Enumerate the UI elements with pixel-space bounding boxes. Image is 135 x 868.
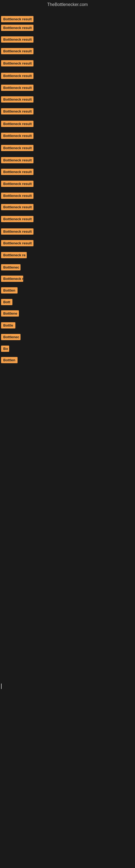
- list-item: Bottleneck result: [1, 96, 34, 104]
- list-item: Bott: [1, 299, 12, 306]
- bottleneck-badge[interactable]: Bott: [1, 299, 12, 305]
- list-item: Bottleneck result: [1, 85, 34, 92]
- list-item: Bottleneck result: [1, 16, 34, 23]
- list-item: Bottlen: [1, 357, 17, 364]
- bottleneck-badge[interactable]: Bottlenec: [1, 264, 20, 271]
- list-item: Bottle: [1, 322, 15, 330]
- list-item: Bottleneck re: [1, 252, 27, 259]
- bottleneck-badge[interactable]: Bottleneck re: [1, 252, 27, 258]
- list-item: Bottleneck result: [1, 157, 34, 164]
- list-item: Bottleneck result: [1, 48, 34, 55]
- bottleneck-badge[interactable]: Bottleneck result: [1, 169, 34, 175]
- list-item: Bottlene: [1, 310, 19, 318]
- list-item: Bottleneck result: [1, 193, 34, 200]
- list-item: Bottleneck r: [1, 276, 23, 283]
- bottleneck-badge[interactable]: Bottlen: [1, 357, 17, 363]
- cursor-indicator: [1, 684, 2, 689]
- bottleneck-badge[interactable]: Bottleneck result: [1, 204, 34, 210]
- bottleneck-badge[interactable]: Bottleneck result: [1, 60, 34, 66]
- list-item: Bottleneck result: [1, 73, 34, 80]
- list-item: Bottleneck result: [1, 121, 34, 128]
- list-item: Bottleneck result: [1, 169, 34, 176]
- list-item: Bottlen: [1, 287, 17, 294]
- bottleneck-badge[interactable]: Bottlene: [1, 310, 19, 316]
- list-item: Bottleneck result: [1, 36, 34, 44]
- bottleneck-badge[interactable]: Bottleneck result: [1, 193, 34, 199]
- list-item: Bottleneck result: [1, 240, 34, 247]
- list-item: Bottleneck result: [1, 60, 34, 67]
- items-container: Bottleneck resultBottleneck resultBottle…: [0, 9, 135, 714]
- bottleneck-badge[interactable]: Bottleneck result: [1, 157, 34, 163]
- bottleneck-badge[interactable]: Bottleneck result: [1, 181, 34, 187]
- list-item: Bottleneck result: [1, 133, 34, 140]
- list-item: Bottleneck result: [1, 25, 34, 32]
- bottleneck-badge[interactable]: Bottleneck r: [1, 276, 23, 282]
- bottleneck-badge[interactable]: Bottleneck result: [1, 228, 34, 235]
- bottleneck-badge[interactable]: Bottleneck result: [1, 133, 34, 139]
- list-item: Bottleneck result: [1, 108, 34, 116]
- bottleneck-badge[interactable]: Bottleneck result: [1, 36, 34, 42]
- bottleneck-badge[interactable]: Bottleneck result: [1, 240, 34, 246]
- list-item: Bottlenec: [1, 264, 20, 272]
- bottleneck-badge[interactable]: Bottleneck result: [1, 108, 34, 115]
- list-item: Bottlenec: [1, 334, 20, 341]
- bottleneck-badge[interactable]: Bottleneck result: [1, 48, 34, 54]
- list-item: Bottleneck result: [1, 216, 34, 223]
- bottleneck-badge[interactable]: Bottleneck result: [1, 96, 34, 102]
- bottleneck-badge[interactable]: Bottleneck result: [1, 216, 34, 222]
- bottleneck-badge[interactable]: Bo: [1, 346, 9, 352]
- list-item: Bo: [1, 346, 9, 353]
- bottleneck-badge[interactable]: Bottleneck result: [1, 121, 34, 127]
- bottleneck-badge[interactable]: Bottleneck result: [1, 25, 34, 31]
- bottleneck-badge[interactable]: Bottle: [1, 322, 15, 329]
- list-item: Bottleneck result: [1, 204, 34, 211]
- bottleneck-badge[interactable]: Bottlenec: [1, 334, 20, 340]
- bottleneck-badge[interactable]: Bottleneck result: [1, 85, 34, 91]
- bottleneck-badge[interactable]: Bottlen: [1, 287, 17, 293]
- bottleneck-badge[interactable]: Bottleneck result: [1, 145, 34, 151]
- bottleneck-badge[interactable]: Bottleneck result: [1, 73, 34, 79]
- list-item: Bottleneck result: [1, 145, 34, 152]
- site-title: TheBottlenecker.com: [0, 0, 135, 9]
- list-item: Bottleneck result: [1, 181, 34, 188]
- bottleneck-badge[interactable]: Bottleneck result: [1, 16, 34, 22]
- list-item: Bottleneck result: [1, 228, 34, 236]
